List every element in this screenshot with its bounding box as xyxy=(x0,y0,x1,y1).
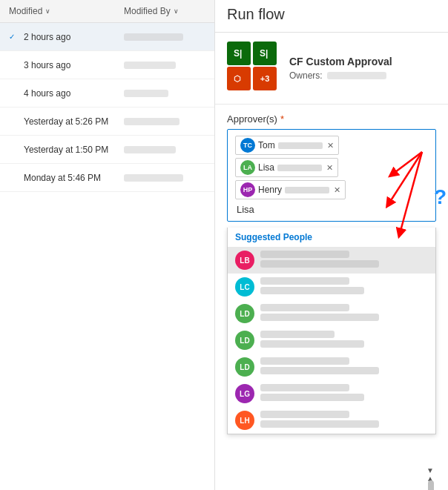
scroll-down-icon[interactable]: ▼ xyxy=(426,466,434,474)
suggestion-item[interactable]: LC xyxy=(228,274,435,300)
sugg-name-blurred xyxy=(260,357,349,365)
approver-avatar-tc: TC xyxy=(240,138,255,153)
suggestion-text xyxy=(260,331,428,350)
panel-title: Run flow xyxy=(215,0,448,33)
scrollbar-thumb[interactable] xyxy=(428,480,434,490)
sugg-email-blurred xyxy=(260,394,364,401)
owners-label: Owners: xyxy=(289,70,323,81)
flow-info: S| S| ⬡ +3 CF Custom Approval xyxy=(215,33,448,105)
row-time: Yesterday at 5:26 PM xyxy=(24,116,124,127)
row-time: 4 hours ago xyxy=(24,88,124,99)
suggestion-list: LB LC LD LD xyxy=(228,247,435,434)
suggestion-avatar: LC xyxy=(235,277,254,297)
row-user xyxy=(124,174,205,182)
approver-name-blurred xyxy=(277,165,322,171)
row-user xyxy=(124,90,205,97)
svg-text:⬡: ⬡ xyxy=(234,74,241,83)
suggestion-avatar: LD xyxy=(235,331,254,350)
modified-sort-icon: ∨ xyxy=(45,7,50,15)
list-item[interactable]: Yesterday at 1:50 PM xyxy=(0,136,214,164)
office-icon: ⬡ xyxy=(227,67,251,90)
suggestion-text xyxy=(260,384,428,403)
list-item[interactable]: ✓ 2 hours ago xyxy=(0,23,214,51)
sugg-name-blurred xyxy=(260,411,349,418)
approver-name: Henry xyxy=(258,185,282,195)
suggestion-text xyxy=(260,304,428,323)
flow-owners: Owners: xyxy=(289,70,436,81)
row-time: 3 hours ago xyxy=(24,60,124,70)
plus3-icon: +3 xyxy=(253,67,277,90)
approvers-input[interactable]: TC Tom ✕ LA Lisa ✕ HP Henry ✕ Lisa xyxy=(227,129,436,222)
row-user xyxy=(124,118,205,125)
approver-name-blurred xyxy=(278,142,323,149)
suggestion-avatar: LH xyxy=(235,411,254,430)
approver-name-blurred xyxy=(285,187,329,193)
sugg-name-blurred xyxy=(260,304,349,311)
sugg-email-blurred xyxy=(260,367,379,374)
list-item[interactable]: Monday at 5:46 PM xyxy=(0,164,214,192)
svg-text:S|: S| xyxy=(260,48,268,59)
suggestion-text xyxy=(260,277,428,297)
approver-tag-henry[interactable]: HP Henry ✕ xyxy=(235,180,346,199)
row-time: Yesterday at 1:50 PM xyxy=(24,145,124,155)
sharepoint-icon-1: S| xyxy=(227,42,251,65)
suggestion-item[interactable]: LD xyxy=(228,300,435,327)
approver-search-input[interactable]: Lisa xyxy=(234,201,429,216)
sugg-email-blurred xyxy=(260,340,364,348)
sugg-name-blurred xyxy=(260,331,335,338)
remove-approver-button[interactable]: ✕ xyxy=(326,163,333,173)
modified-label: Modified xyxy=(9,6,42,16)
suggestion-text xyxy=(260,251,428,270)
svg-text:S|: S| xyxy=(234,48,242,59)
suggestion-item[interactable]: LH xyxy=(228,407,435,434)
list-item[interactable]: Yesterday at 5:26 PM xyxy=(0,107,214,136)
flow-name: CF Custom Approval xyxy=(289,56,436,67)
approver-avatar-la: LA xyxy=(240,160,255,175)
suggestion-item[interactable]: LD xyxy=(228,354,435,380)
row-user xyxy=(124,62,205,69)
suggestion-text xyxy=(260,411,428,430)
flow-icons: S| S| ⬡ +3 xyxy=(227,42,280,95)
row-user xyxy=(124,146,205,153)
suggestions-dropdown: Suggested People LB LC LD xyxy=(227,228,436,434)
sugg-name-blurred xyxy=(260,384,349,391)
suggestion-avatar: LB xyxy=(235,251,254,270)
suggestion-item[interactable]: LD xyxy=(228,327,435,354)
remove-approver-button[interactable]: ✕ xyxy=(334,185,340,195)
row-time: 2 hours ago xyxy=(24,32,124,42)
sugg-email-blurred xyxy=(260,314,379,321)
right-panel: Run flow S| S| ⬡ +3 xyxy=(215,0,448,490)
required-indicator: * xyxy=(280,113,284,125)
list-item[interactable]: 3 hours ago xyxy=(0,51,214,79)
suggestions-header: Suggested People xyxy=(228,228,435,247)
modified-by-label: Modified By xyxy=(124,6,171,16)
suggestion-item[interactable]: LB xyxy=(228,247,435,274)
sugg-name-blurred xyxy=(260,277,349,285)
list-item[interactable]: 4 hours ago xyxy=(0,79,214,107)
modified-column-header[interactable]: Modified ∨ xyxy=(9,6,124,16)
approver-name: Lisa xyxy=(258,162,274,173)
approvers-section: Approver(s) * TC Tom ✕ LA Lisa ✕ HP Henr… xyxy=(215,105,448,228)
remove-approver-button[interactable]: ✕ xyxy=(327,141,334,150)
approver-tag-lisa[interactable]: LA Lisa ✕ xyxy=(235,158,338,177)
approvers-label: Approver(s) * xyxy=(227,113,436,125)
approver-tag-tom[interactable]: TC Tom ✕ xyxy=(235,136,339,155)
sugg-email-blurred xyxy=(260,287,364,294)
suggestion-avatar: LD xyxy=(235,304,254,323)
suggestion-avatar: LD xyxy=(235,357,254,377)
row-user xyxy=(124,33,205,41)
sugg-email-blurred xyxy=(260,420,379,428)
modified-by-column-header[interactable]: Modified By ∨ xyxy=(124,6,205,16)
suggestion-text xyxy=(260,357,428,377)
modified-by-sort-icon: ∨ xyxy=(174,7,179,15)
sugg-name-blurred xyxy=(260,251,349,258)
sugg-email-blurred xyxy=(260,260,379,268)
suggestion-item[interactable]: LG xyxy=(228,380,435,407)
row-time: Monday at 5:46 PM xyxy=(24,173,124,183)
flow-details: CF Custom Approval Owners: xyxy=(289,56,436,81)
suggestion-avatar: LG xyxy=(235,384,254,403)
list-header: Modified ∨ Modified By ∨ xyxy=(0,0,214,23)
left-panel: Modified ∨ Modified By ∨ ✓ 2 hours ago 3… xyxy=(0,0,215,490)
sharepoint-icon-2: S| xyxy=(253,42,277,65)
row-check-icon: ✓ xyxy=(9,33,21,41)
